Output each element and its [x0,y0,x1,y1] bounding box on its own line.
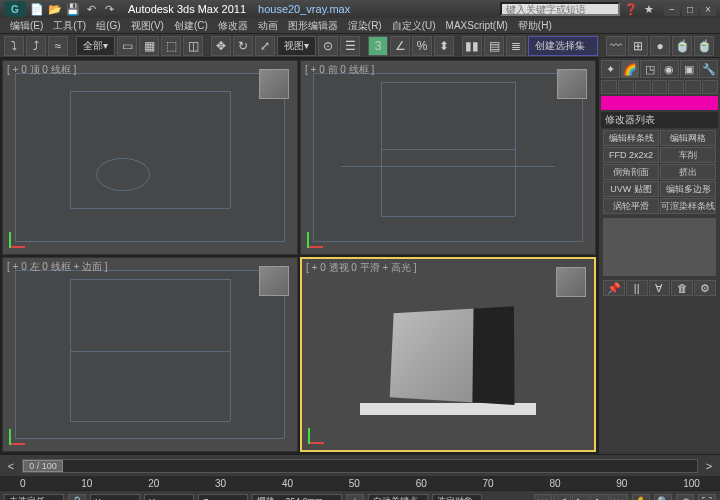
menu-render[interactable]: 渲染(R) [344,19,386,33]
modifier-btn[interactable]: 编辑网格 [660,130,716,146]
time-slider[interactable]: 0 / 100 [22,459,698,473]
add-time-tag-icon[interactable]: + [346,494,364,501]
subobj-icon[interactable] [618,80,634,94]
modifier-btn[interactable]: 涡轮平滑 [603,198,659,214]
make-unique-icon[interactable]: ∀ [649,280,671,296]
viewport-top[interactable]: [ + 0 顶 0 线框 ] [2,60,298,255]
redo-icon[interactable]: ↷ [102,2,116,16]
ref-coord[interactable]: 视图 ▾ [277,36,316,56]
viewcube-icon[interactable] [557,69,587,99]
timeline-config-icon[interactable]: < [4,459,18,473]
menu-animation[interactable]: 动画 [254,19,282,33]
star-icon[interactable]: ★ [642,2,656,16]
viewport-left[interactable]: [ + 0 左 0 线框 + 边面 ] [2,257,298,452]
subobj-icon[interactable] [685,80,701,94]
goto-start-icon[interactable]: ⏮ [534,494,552,501]
zoom-icon[interactable]: 🔍 [654,494,672,501]
snap-icon[interactable]: 3 [368,36,388,56]
menu-graph[interactable]: 图形编辑器 [284,19,342,33]
orbit-icon[interactable]: ⟲ [676,494,694,501]
select-name-icon[interactable]: ▦ [139,36,159,56]
modify-tab-icon[interactable]: 🌈 [621,60,640,78]
modifier-btn[interactable]: 车削 [660,147,716,163]
subobj-icon[interactable] [601,80,617,94]
motion-tab-icon[interactable]: ◉ [660,60,679,78]
utilities-tab-icon[interactable]: 🔧 [699,60,718,78]
help-icon[interactable]: ❓ [624,2,638,16]
modifier-btn[interactable]: 倒角剖面 [603,164,659,180]
maximize-button[interactable]: □ [682,2,698,16]
viewport-top-label[interactable]: [ + 0 顶 0 线框 ] [7,63,76,77]
create-tab-icon[interactable]: ✦ [601,60,620,78]
viewport-front-label[interactable]: [ + 0 前 0 线框 ] [305,63,374,77]
menu-help[interactable]: 帮助(H) [514,19,556,33]
new-icon[interactable]: 📄 [30,2,44,16]
subobj-icon[interactable] [668,80,684,94]
maximize-viewport-icon[interactable]: ⛶ [698,494,716,501]
align-icon[interactable]: ▤ [484,36,504,56]
menu-modifiers[interactable]: 修改器 [214,19,252,33]
layers-icon[interactable]: ≣ [506,36,526,56]
render-icon[interactable]: 🍵 [694,36,714,56]
spinner-snap-icon[interactable]: ⬍ [434,36,454,56]
link-icon[interactable]: ⤵ [4,36,24,56]
coord-z[interactable]: Z: [198,494,248,501]
material-icon[interactable]: ● [650,36,670,56]
angle-snap-icon[interactable]: ∠ [390,36,410,56]
save-icon[interactable]: 💾 [66,2,80,16]
bind-icon[interactable]: ≈ [48,36,68,56]
viewport-front[interactable]: [ + 0 前 0 线框 ] [300,60,596,255]
minimize-button[interactable]: − [664,2,680,16]
search-input[interactable] [500,2,620,16]
display-tab-icon[interactable]: ▣ [680,60,699,78]
next-frame-icon[interactable]: ▶ [591,494,609,501]
selected-objects[interactable]: 选定对象 [432,494,482,501]
menu-customize[interactable]: 自定义(U) [388,19,440,33]
unlink-icon[interactable]: ⤴ [26,36,46,56]
subobj-icon[interactable] [702,80,718,94]
viewport-perspective[interactable]: [ + 0 透视 0 平滑 + 高光 ] [300,257,596,452]
timeline-end-icon[interactable]: > [702,459,716,473]
auto-key[interactable]: 自动关键点 [368,494,428,501]
menu-views[interactable]: 视图(V) [127,19,168,33]
subobj-icon[interactable] [652,80,668,94]
coord-y[interactable]: Y: [144,494,194,501]
rotate-icon[interactable]: ↻ [233,36,253,56]
pan-view-icon[interactable]: ✋ [632,494,650,501]
remove-mod-icon[interactable]: 🗑 [671,280,693,296]
region-icon[interactable]: ⬚ [161,36,181,56]
center-icon[interactable]: ⊙ [318,36,338,56]
lock-icon[interactable]: 🔒 [68,494,86,501]
pin-stack-icon[interactable]: 📌 [603,280,625,296]
play-icon[interactable]: ▶ [572,494,590,501]
viewcube-icon[interactable] [259,266,289,296]
close-button[interactable]: × [700,2,716,16]
modifier-btn[interactable]: 可渲染样条线 [660,198,716,214]
scale-icon[interactable]: ⤢ [255,36,275,56]
coord-x[interactable]: X: [90,494,140,501]
modifier-btn[interactable]: 编辑样条线 [603,130,659,146]
time-handle[interactable]: 0 / 100 [23,460,63,472]
hierarchy-tab-icon[interactable]: ◳ [640,60,659,78]
modifier-stack[interactable] [603,218,716,276]
viewport-left-label[interactable]: [ + 0 左 0 线框 + 边面 ] [7,260,108,274]
menu-edit[interactable]: 编辑(E) [6,19,47,33]
mirror-icon[interactable]: ▮▮ [462,36,482,56]
show-result-icon[interactable]: || [626,280,648,296]
open-icon[interactable]: 📂 [48,2,62,16]
subobj-icon[interactable] [635,80,651,94]
menu-maxscript[interactable]: MAXScript(M) [442,20,512,31]
window-icon[interactable]: ◫ [183,36,203,56]
object-color[interactable] [601,96,718,110]
selection-filter[interactable]: 全部 ▾ [76,36,115,56]
curve-editor-icon[interactable]: 〰 [606,36,626,56]
configure-icon[interactable]: ⚙ [694,280,716,296]
named-selection[interactable]: 创建选择集 [528,36,598,56]
app-logo[interactable]: G [4,1,26,17]
schematic-icon[interactable]: ⊞ [628,36,648,56]
viewcube-icon[interactable] [259,69,289,99]
time-ruler[interactable]: 0102030405060708090100 [0,476,720,490]
manip-icon[interactable]: ☰ [340,36,360,56]
select-icon[interactable]: ▭ [117,36,137,56]
modifier-btn[interactable]: UVW 贴图 [603,181,659,197]
